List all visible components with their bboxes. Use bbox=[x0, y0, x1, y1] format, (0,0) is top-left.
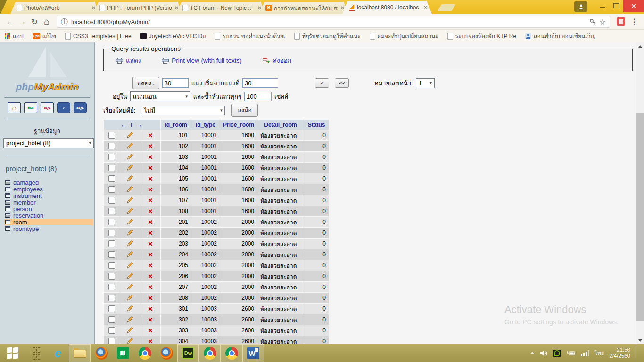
nvidia-icon[interactable] bbox=[553, 350, 561, 357]
delete-icon[interactable]: ✕ bbox=[148, 186, 153, 193]
bookmark-item[interactable]: ระบบจองห้องพัก KTP Re bbox=[447, 32, 517, 41]
column-header-id-room[interactable]: Id_room bbox=[161, 120, 191, 130]
taskbar-item-chrome[interactable] bbox=[134, 344, 156, 362]
key-icon[interactable] bbox=[589, 18, 596, 25]
page-number-select[interactable]: 1 bbox=[416, 78, 435, 88]
row-checkbox[interactable] bbox=[108, 219, 115, 225]
sql-window-icon[interactable]: SQL bbox=[41, 102, 54, 113]
row-checkbox[interactable] bbox=[108, 305, 115, 312]
mysql-docs-icon[interactable]: SQL bbox=[74, 102, 87, 113]
bookmark-item[interactable]: แอป bbox=[5, 32, 24, 41]
row-checkbox[interactable] bbox=[108, 197, 115, 204]
delete-icon[interactable]: ✕ bbox=[148, 316, 153, 323]
row-checkbox[interactable] bbox=[108, 175, 115, 182]
browser-tab[interactable]: PHP : Forum PHP (Versio✕ bbox=[93, 2, 183, 14]
delete-icon[interactable]: ✕ bbox=[148, 262, 153, 269]
taskbar-item-explorer[interactable] bbox=[69, 344, 91, 362]
taskbar-item-firefox[interactable] bbox=[156, 344, 177, 362]
bookmark-item[interactable]: สอนทำเว็บ,สอนเขียนเว็บ, bbox=[525, 32, 595, 41]
operation-link[interactable]: ส่งออก bbox=[263, 55, 291, 66]
edit-button[interactable] bbox=[127, 230, 133, 237]
minimize-button[interactable] bbox=[595, 0, 609, 11]
row-checkbox[interactable] bbox=[108, 165, 115, 171]
column-header-status[interactable]: Status bbox=[304, 120, 329, 130]
edit-button[interactable] bbox=[127, 144, 133, 150]
delete-icon[interactable]: ✕ bbox=[148, 284, 153, 291]
edit-button[interactable] bbox=[127, 317, 133, 324]
edit-button[interactable] bbox=[127, 165, 133, 172]
bookmark-star-icon[interactable]: ☆ bbox=[599, 17, 606, 26]
sidebar-item-damaged[interactable]: damaged bbox=[4, 179, 94, 186]
row-checkbox[interactable] bbox=[108, 295, 115, 301]
address-bar[interactable]: ⓘ localhost:8080/phpMyAdmin/ ☆ bbox=[57, 16, 610, 28]
info-icon[interactable]: ⓘ bbox=[61, 17, 68, 26]
extension-icon[interactable] bbox=[617, 17, 625, 26]
show-button[interactable]: แสดง : bbox=[132, 77, 159, 89]
taskbar-item-ie[interactable]: e bbox=[47, 344, 69, 362]
sidebar-item-reservation[interactable]: reservation bbox=[4, 212, 94, 219]
delete-icon[interactable]: ✕ bbox=[148, 230, 153, 237]
clock[interactable]: 21:56 2/4/2560 bbox=[609, 347, 630, 359]
restore-button[interactable] bbox=[609, 0, 623, 11]
database-select[interactable]: project_hotel (8) bbox=[3, 138, 94, 148]
bookmark-item[interactable]: Joyetech eVic VTC Du bbox=[140, 33, 206, 40]
taskbar-item-word[interactable]: W bbox=[242, 344, 264, 362]
sidebar-item-person[interactable]: person bbox=[4, 206, 94, 212]
home-icon[interactable]: ⌂ bbox=[8, 102, 21, 113]
show-desktop-button[interactable] bbox=[636, 344, 639, 362]
edit-button[interactable] bbox=[127, 241, 133, 248]
new-tab-button[interactable] bbox=[438, 4, 456, 11]
tab-close-icon[interactable]: ✕ bbox=[422, 4, 429, 11]
volume-icon[interactable] bbox=[540, 350, 548, 357]
mode-select[interactable]: แนวนอน bbox=[130, 91, 190, 101]
delete-icon[interactable]: ✕ bbox=[148, 197, 153, 204]
edit-button[interactable] bbox=[127, 328, 133, 335]
row-checkbox[interactable] bbox=[108, 273, 115, 280]
delete-icon[interactable]: ✕ bbox=[148, 273, 153, 280]
taskbar-item-start[interactable] bbox=[0, 344, 25, 362]
edit-button[interactable] bbox=[127, 274, 133, 280]
row-checkbox[interactable] bbox=[108, 284, 115, 290]
vertical-scrollbar[interactable] bbox=[636, 42, 644, 344]
row-checkbox[interactable] bbox=[108, 230, 115, 236]
last-page-button[interactable]: >> bbox=[335, 78, 349, 88]
row-checkbox[interactable] bbox=[108, 154, 115, 160]
sidebar-item-room[interactable]: room bbox=[4, 219, 93, 225]
next-page-button[interactable]: > bbox=[315, 78, 329, 88]
delete-icon[interactable]: ✕ bbox=[148, 240, 153, 247]
delete-icon[interactable]: ✕ bbox=[148, 132, 153, 139]
close-button[interactable]: ✕ bbox=[623, 0, 644, 12]
row-checkbox[interactable] bbox=[108, 240, 115, 247]
sidebar-item-employees[interactable]: employees bbox=[4, 186, 94, 192]
browser-tab-active[interactable]: localhost:8080 / localhos✕ bbox=[342, 1, 432, 14]
edit-button[interactable] bbox=[127, 198, 133, 205]
row-checkbox[interactable] bbox=[108, 186, 115, 193]
edit-button[interactable] bbox=[127, 306, 133, 313]
edit-button[interactable] bbox=[127, 252, 133, 259]
reload-icon[interactable]: ↻ bbox=[28, 17, 41, 27]
column-header-detail-room[interactable]: Detail_room bbox=[257, 120, 304, 130]
row-checkbox[interactable] bbox=[108, 262, 115, 269]
edit-button[interactable] bbox=[127, 285, 133, 291]
rows-count-input[interactable] bbox=[162, 78, 189, 88]
url-text[interactable]: localhost:8080/phpMyAdmin/ bbox=[71, 18, 586, 25]
column-header-price-room[interactable]: Price_room bbox=[220, 120, 257, 130]
profile-icon[interactable] bbox=[574, 1, 587, 12]
sidebar-item-roomtype[interactable]: roomtype bbox=[4, 225, 94, 232]
edit-button[interactable] bbox=[127, 220, 133, 226]
battery-icon[interactable] bbox=[566, 350, 576, 356]
delete-icon[interactable]: ✕ bbox=[148, 219, 153, 226]
row-checkbox[interactable] bbox=[108, 132, 115, 139]
edit-button[interactable] bbox=[127, 263, 133, 270]
scroll-down-arrow[interactable] bbox=[636, 337, 644, 344]
home-icon[interactable]: ⌂ bbox=[41, 16, 53, 27]
delete-icon[interactable]: ✕ bbox=[148, 208, 153, 215]
bookmark-item[interactable]: Tipsแก้ไข bbox=[33, 32, 57, 41]
bookmark-item[interactable]: ผมจะทำปุ่มเปลี่ยนสถานะ bbox=[370, 32, 438, 41]
taskbar-item-firefox[interactable] bbox=[91, 344, 112, 362]
edit-button[interactable] bbox=[127, 296, 133, 302]
delete-icon[interactable]: ✕ bbox=[148, 175, 153, 182]
row-checkbox[interactable] bbox=[108, 208, 115, 214]
delete-icon[interactable]: ✕ bbox=[148, 327, 153, 334]
delete-icon[interactable]: ✕ bbox=[148, 154, 153, 161]
